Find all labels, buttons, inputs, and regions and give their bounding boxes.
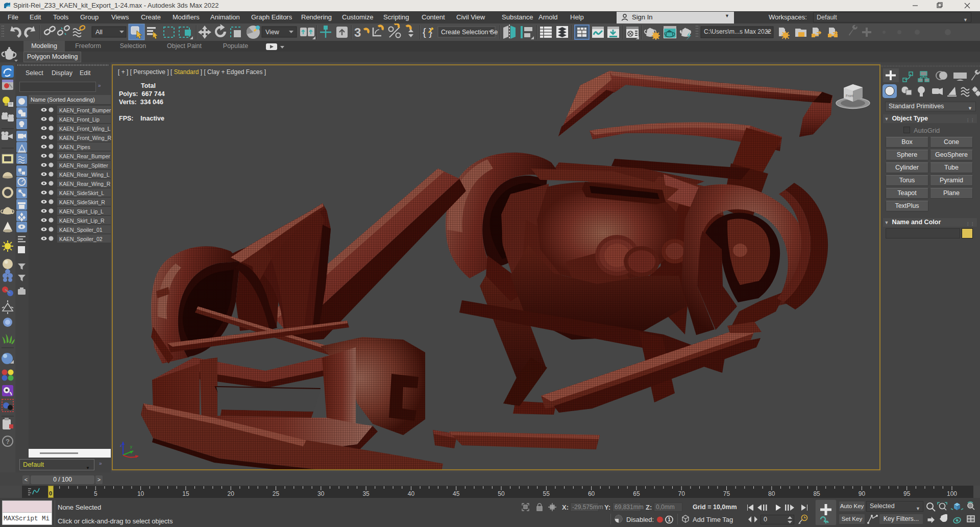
svg-text:Create Selection Se: Create Selection Se <box>441 29 498 36</box>
svg-text:1: 1 <box>668 517 671 522</box>
svg-text:3: 3 <box>354 26 361 39</box>
svg-text:z: z <box>120 443 122 448</box>
svg-text:All: All <box>95 29 103 36</box>
svg-text:?: ? <box>6 438 10 445</box>
svg-text:{ }: { } <box>423 27 432 38</box>
svg-text:Front: Front <box>846 94 853 98</box>
svg-text:y: y <box>130 444 132 449</box>
svg-text:C:\Users\m...s Max 2022: C:\Users\m...s Max 2022 <box>704 28 771 35</box>
svg-text:View: View <box>265 29 280 36</box>
